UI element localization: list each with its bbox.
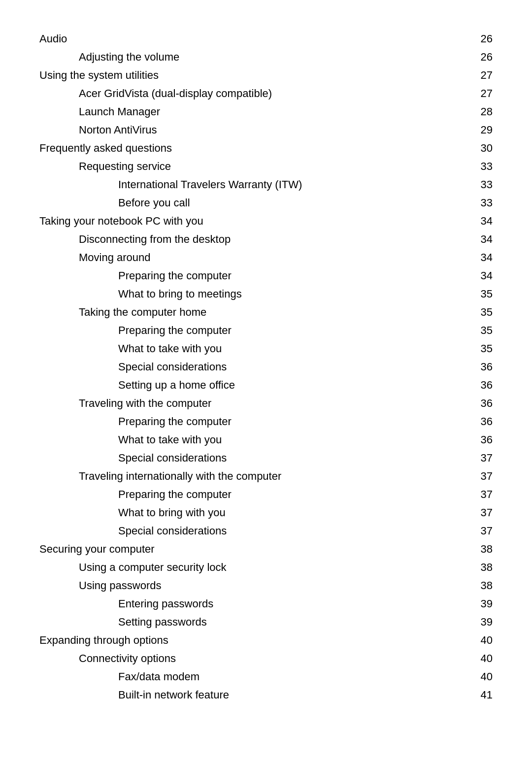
toc-entry-text: Expanding through options	[39, 631, 465, 649]
toc-entry-text: Built-in network feature	[39, 686, 465, 704]
toc-row: Adjusting the volume26	[39, 48, 493, 66]
toc-row: Norton AntiVirus29	[39, 121, 493, 139]
toc-row: Expanding through options40	[39, 631, 493, 649]
toc-row: Fax/data modem40	[39, 667, 493, 686]
toc-entry-text: Launch Manager	[39, 102, 465, 121]
toc-entry-page: 35	[465, 285, 493, 303]
toc-row: Setting passwords39	[39, 613, 493, 631]
toc-entry-page: 28	[465, 102, 493, 121]
toc-entry-text: Entering passwords	[39, 595, 465, 613]
toc-row: Special considerations36	[39, 358, 493, 376]
toc-row: Using passwords38	[39, 576, 493, 595]
toc-entry-page: 27	[465, 66, 493, 84]
toc-entry-text: Norton AntiVirus	[39, 121, 465, 139]
toc-row: Launch Manager28	[39, 102, 493, 121]
toc-entry-page: 27	[465, 84, 493, 102]
toc-entry-page: 38	[465, 540, 493, 558]
toc-entry-text: Special considerations	[39, 358, 465, 376]
toc-entry-page: 37	[465, 485, 493, 503]
toc-entry-page: 37	[465, 449, 493, 467]
toc-entry-page: 36	[465, 412, 493, 431]
toc-entry-text: Using the system utilities	[39, 66, 465, 84]
toc-row: Special considerations37	[39, 449, 493, 467]
toc-entry-page: 37	[465, 503, 493, 522]
toc-row: What to take with you36	[39, 431, 493, 449]
toc-entry-page: 35	[465, 303, 493, 321]
toc-entry-page: 40	[465, 667, 493, 686]
toc-row: Entering passwords39	[39, 595, 493, 613]
toc-entry-page: 36	[465, 431, 493, 449]
toc-entry-text: Frequently asked questions	[39, 139, 465, 157]
toc-entry-page: 26	[465, 30, 493, 48]
toc-entry-page: 38	[465, 558, 493, 576]
toc-entry-page: 33	[465, 157, 493, 175]
toc-row: Preparing the computer35	[39, 321, 493, 339]
toc-entry-page: 34	[465, 230, 493, 248]
toc-row: What to bring to meetings35	[39, 285, 493, 303]
toc-row: Using a computer security lock38	[39, 558, 493, 576]
toc-row: Disconnecting from the desktop34	[39, 230, 493, 248]
toc-entry-page: 34	[465, 266, 493, 285]
toc-entry-text: Connectivity options	[39, 649, 465, 667]
toc-row: Before you call33	[39, 194, 493, 212]
toc-entry-page: 39	[465, 595, 493, 613]
toc-row: Preparing the computer34	[39, 266, 493, 285]
toc-row: Traveling internationally with the compu…	[39, 467, 493, 485]
toc-entry-page: 41	[465, 686, 493, 704]
toc-row: International Travelers Warranty (ITW)33	[39, 175, 493, 194]
toc-entry-page: 35	[465, 339, 493, 358]
toc-row: Securing your computer38	[39, 540, 493, 558]
toc-entry-text: Preparing the computer	[39, 266, 465, 285]
toc-entry-page: 36	[465, 394, 493, 412]
toc-entry-text: Audio	[39, 30, 465, 48]
toc-row: Moving around34	[39, 248, 493, 266]
toc-entry-page: 38	[465, 576, 493, 595]
toc-entry-text: Special considerations	[39, 522, 465, 540]
toc-entry-text: Moving around	[39, 248, 465, 266]
toc-entry-page: 33	[465, 175, 493, 194]
toc-entry-page: 34	[465, 248, 493, 266]
toc-entry-text: International Travelers Warranty (ITW)	[39, 175, 465, 194]
toc-entry-text: Preparing the computer	[39, 321, 465, 339]
toc-entry-page: 40	[465, 649, 493, 667]
toc-entry-page: 33	[465, 194, 493, 212]
toc-entry-text: What to take with you	[39, 339, 465, 358]
toc-entry-text: Fax/data modem	[39, 667, 465, 686]
toc-row: Traveling with the computer36	[39, 394, 493, 412]
toc-entry-page: 26	[465, 48, 493, 66]
toc-row: Connectivity options40	[39, 649, 493, 667]
toc-row: What to bring with you37	[39, 503, 493, 522]
toc-entry-text: Setting passwords	[39, 613, 465, 631]
toc-entry-text: Securing your computer	[39, 540, 465, 558]
toc-entry-page: 30	[465, 139, 493, 157]
toc-entry-page: 36	[465, 358, 493, 376]
toc-entry-text: Using a computer security lock	[39, 558, 465, 576]
toc-entry-text: Requesting service	[39, 157, 465, 175]
toc-entry-text: Setting up a home office	[39, 376, 465, 394]
toc-entry-text: Disconnecting from the desktop	[39, 230, 465, 248]
toc-row: Requesting service33	[39, 157, 493, 175]
toc-entry-text: What to bring to meetings	[39, 285, 465, 303]
toc-row: Using the system utilities27	[39, 66, 493, 84]
toc-row: Frequently asked questions30	[39, 139, 493, 157]
toc-entry-page: 34	[465, 212, 493, 230]
toc-entry-page: 37	[465, 522, 493, 540]
toc-entry-text: Taking the computer home	[39, 303, 465, 321]
toc-entry-text: Taking your notebook PC with you	[39, 212, 465, 230]
toc-entry-page: 29	[465, 121, 493, 139]
toc-row: Taking your notebook PC with you34	[39, 212, 493, 230]
toc-entry-text: Traveling with the computer	[39, 394, 465, 412]
toc-entry-page: 37	[465, 467, 493, 485]
toc-entry-text: Adjusting the volume	[39, 48, 465, 66]
toc-entry-text: Before you call	[39, 194, 465, 212]
toc-entry-page: 39	[465, 613, 493, 631]
toc-entry-text: Traveling internationally with the compu…	[39, 467, 465, 485]
toc-entry-text: What to bring with you	[39, 503, 465, 522]
toc-row: Acer GridVista (dual-display compatible)…	[39, 84, 493, 102]
toc-row: Built-in network feature41	[39, 686, 493, 704]
toc-entry-text: Preparing the computer	[39, 412, 465, 431]
toc-entry-text: Preparing the computer	[39, 485, 465, 503]
toc-row: Audio26	[39, 30, 493, 48]
toc-row: Preparing the computer36	[39, 412, 493, 431]
toc-entry-text: What to take with you	[39, 431, 465, 449]
